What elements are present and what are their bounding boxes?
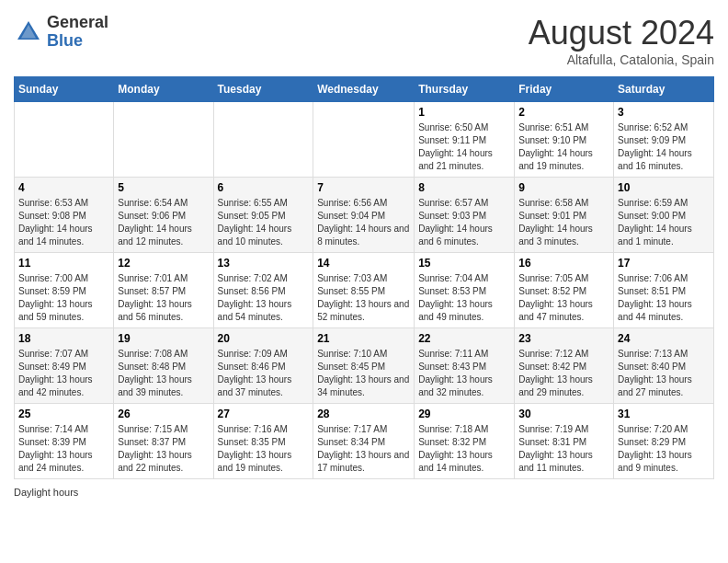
day-number: 20 (218, 332, 310, 345)
day-number: 12 (118, 257, 209, 270)
day-header-sunday: Sunday (15, 77, 114, 102)
day-number: 28 (317, 408, 410, 420)
daylight-label: Daylight hours (14, 487, 78, 498)
calendar-cell: 6Sunrise: 6:55 AMSunset: 9:05 PMDaylight… (213, 178, 313, 253)
calendar-cell: 8Sunrise: 6:57 AMSunset: 9:03 PMDaylight… (415, 178, 515, 253)
calendar-week-3: 11Sunrise: 7:00 AMSunset: 8:59 PMDayligh… (15, 253, 714, 328)
day-info: Sunrise: 6:57 AMSunset: 9:03 PMDaylight:… (418, 197, 510, 248)
day-info: Sunrise: 7:14 AMSunset: 8:39 PMDaylight:… (18, 423, 109, 475)
calendar-cell: 2Sunrise: 6:51 AMSunset: 9:10 PMDaylight… (515, 102, 614, 178)
day-number: 24 (618, 332, 710, 345)
day-info: Sunrise: 6:55 AMSunset: 9:05 PMDaylight:… (218, 197, 310, 248)
day-info: Sunrise: 7:00 AMSunset: 8:59 PMDaylight:… (18, 272, 109, 324)
calendar-cell (213, 102, 313, 178)
day-info: Sunrise: 7:10 AMSunset: 8:45 PMDaylight:… (317, 348, 410, 399)
calendar-cell: 15Sunrise: 7:04 AMSunset: 8:53 PMDayligh… (415, 253, 515, 328)
logo-icon (14, 17, 43, 47)
day-number: 5 (118, 181, 209, 194)
logo-blue-text: Blue (47, 31, 83, 50)
day-number: 22 (418, 332, 510, 345)
calendar-header-row: SundayMondayTuesdayWednesdayThursdayFrid… (15, 77, 714, 102)
day-number: 1 (418, 106, 510, 119)
calendar-cell: 29Sunrise: 7:18 AMSunset: 8:32 PMDayligh… (415, 404, 515, 479)
day-number: 15 (418, 257, 510, 270)
day-number: 25 (18, 408, 109, 420)
day-number: 4 (18, 181, 109, 194)
calendar-cell: 9Sunrise: 6:58 AMSunset: 9:01 PMDaylight… (515, 178, 614, 253)
calendar-week-5: 25Sunrise: 7:14 AMSunset: 8:39 PMDayligh… (15, 404, 714, 479)
day-number: 14 (317, 257, 410, 270)
day-info: Sunrise: 7:04 AMSunset: 8:53 PMDaylight:… (418, 272, 510, 324)
day-info: Sunrise: 7:05 AMSunset: 8:52 PMDaylight:… (518, 272, 609, 324)
day-info: Sunrise: 6:50 AMSunset: 9:11 PMDaylight:… (418, 121, 510, 173)
month-year-title: August 2024 (529, 14, 714, 52)
day-info: Sunrise: 7:13 AMSunset: 8:40 PMDaylight:… (618, 348, 710, 399)
calendar-cell: 23Sunrise: 7:12 AMSunset: 8:42 PMDayligh… (515, 328, 614, 404)
calendar-cell (15, 102, 114, 178)
day-info: Sunrise: 7:11 AMSunset: 8:43 PMDaylight:… (418, 348, 510, 399)
calendar-cell: 4Sunrise: 6:53 AMSunset: 9:08 PMDaylight… (15, 178, 114, 253)
calendar-cell: 1Sunrise: 6:50 AMSunset: 9:11 PMDaylight… (415, 102, 515, 178)
day-info: Sunrise: 7:12 AMSunset: 8:42 PMDaylight:… (518, 348, 609, 399)
calendar-cell: 25Sunrise: 7:14 AMSunset: 8:39 PMDayligh… (15, 404, 114, 479)
day-info: Sunrise: 7:09 AMSunset: 8:46 PMDaylight:… (218, 348, 310, 399)
day-info: Sunrise: 6:58 AMSunset: 9:01 PMDaylight:… (518, 197, 609, 248)
day-number: 9 (518, 181, 609, 194)
calendar-cell: 24Sunrise: 7:13 AMSunset: 8:40 PMDayligh… (614, 328, 714, 404)
day-number: 11 (18, 257, 109, 270)
day-number: 23 (518, 332, 609, 345)
calendar-cell: 16Sunrise: 7:05 AMSunset: 8:52 PMDayligh… (515, 253, 614, 328)
logo-general-text: General (47, 13, 108, 31)
title-section: August 2024 Altafulla, Catalonia, Spain (529, 14, 714, 67)
day-header-wednesday: Wednesday (313, 77, 415, 102)
day-info: Sunrise: 6:52 AMSunset: 9:09 PMDaylight:… (618, 121, 710, 173)
day-number: 19 (118, 332, 209, 345)
day-info: Sunrise: 6:56 AMSunset: 9:04 PMDaylight:… (317, 197, 410, 248)
day-info: Sunrise: 7:18 AMSunset: 8:32 PMDaylight:… (418, 423, 510, 475)
day-number: 29 (418, 408, 510, 420)
day-number: 31 (618, 408, 710, 420)
logo-text: General Blue (47, 14, 108, 51)
day-number: 2 (518, 106, 609, 119)
day-header-thursday: Thursday (415, 77, 515, 102)
day-info: Sunrise: 7:03 AMSunset: 8:55 PMDaylight:… (317, 272, 410, 324)
footer-note: Daylight hours (14, 487, 714, 498)
day-number: 6 (218, 181, 310, 194)
calendar-cell: 26Sunrise: 7:15 AMSunset: 8:37 PMDayligh… (114, 404, 213, 479)
day-info: Sunrise: 6:51 AMSunset: 9:10 PMDaylight:… (518, 121, 609, 173)
day-info: Sunrise: 7:07 AMSunset: 8:49 PMDaylight:… (18, 348, 109, 399)
calendar-cell: 13Sunrise: 7:02 AMSunset: 8:56 PMDayligh… (213, 253, 313, 328)
calendar-cell: 14Sunrise: 7:03 AMSunset: 8:55 PMDayligh… (313, 253, 415, 328)
day-header-saturday: Saturday (614, 77, 714, 102)
day-number: 26 (118, 408, 209, 420)
calendar-week-2: 4Sunrise: 6:53 AMSunset: 9:08 PMDaylight… (15, 178, 714, 253)
day-info: Sunrise: 7:01 AMSunset: 8:57 PMDaylight:… (118, 272, 209, 324)
logo: General Blue (14, 14, 108, 51)
day-info: Sunrise: 6:54 AMSunset: 9:06 PMDaylight:… (118, 197, 209, 248)
calendar-cell: 31Sunrise: 7:20 AMSunset: 8:29 PMDayligh… (614, 404, 714, 479)
calendar-cell: 12Sunrise: 7:01 AMSunset: 8:57 PMDayligh… (114, 253, 213, 328)
day-info: Sunrise: 7:16 AMSunset: 8:35 PMDaylight:… (218, 423, 310, 475)
day-number: 17 (618, 257, 710, 270)
calendar-cell: 3Sunrise: 6:52 AMSunset: 9:09 PMDaylight… (614, 102, 714, 178)
day-number: 7 (317, 181, 410, 194)
day-number: 13 (218, 257, 310, 270)
calendar-cell: 10Sunrise: 6:59 AMSunset: 9:00 PMDayligh… (614, 178, 714, 253)
day-info: Sunrise: 7:06 AMSunset: 8:51 PMDaylight:… (618, 272, 710, 324)
location-subtitle: Altafulla, Catalonia, Spain (529, 52, 714, 67)
calendar-cell: 7Sunrise: 6:56 AMSunset: 9:04 PMDaylight… (313, 178, 415, 253)
calendar-cell: 5Sunrise: 6:54 AMSunset: 9:06 PMDaylight… (114, 178, 213, 253)
calendar-cell: 20Sunrise: 7:09 AMSunset: 8:46 PMDayligh… (213, 328, 313, 404)
calendar-cell: 17Sunrise: 7:06 AMSunset: 8:51 PMDayligh… (614, 253, 714, 328)
day-info: Sunrise: 7:08 AMSunset: 8:48 PMDaylight:… (118, 348, 209, 399)
day-header-friday: Friday (515, 77, 614, 102)
day-info: Sunrise: 7:15 AMSunset: 8:37 PMDaylight:… (118, 423, 209, 475)
calendar-cell: 21Sunrise: 7:10 AMSunset: 8:45 PMDayligh… (313, 328, 415, 404)
day-header-tuesday: Tuesday (213, 77, 313, 102)
day-info: Sunrise: 7:19 AMSunset: 8:31 PMDaylight:… (518, 423, 609, 475)
day-number: 21 (317, 332, 410, 345)
calendar-cell: 19Sunrise: 7:08 AMSunset: 8:48 PMDayligh… (114, 328, 213, 404)
day-number: 16 (518, 257, 609, 270)
calendar-cell: 18Sunrise: 7:07 AMSunset: 8:49 PMDayligh… (15, 328, 114, 404)
day-info: Sunrise: 6:59 AMSunset: 9:00 PMDaylight:… (618, 197, 710, 248)
